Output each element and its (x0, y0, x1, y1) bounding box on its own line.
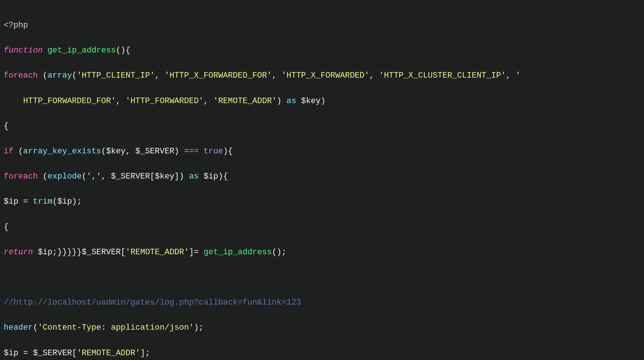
code-editor: <?php function get_ip_address(){ foreach… (4, 7, 640, 360)
php-open-tag: <?php (4, 21, 28, 30)
function-name: get_ip_address (48, 46, 116, 55)
return-keyword: return (4, 248, 33, 257)
foreach-keyword-1: foreach (4, 71, 38, 80)
if-keyword-1: if (4, 147, 13, 156)
function-keyword: function (4, 46, 43, 55)
foreach-keyword-2: foreach (4, 172, 38, 181)
comment-url: //http://localhost/uadmin/gates/log.php?… (4, 298, 301, 307)
array-builtin-1: array (48, 71, 72, 80)
